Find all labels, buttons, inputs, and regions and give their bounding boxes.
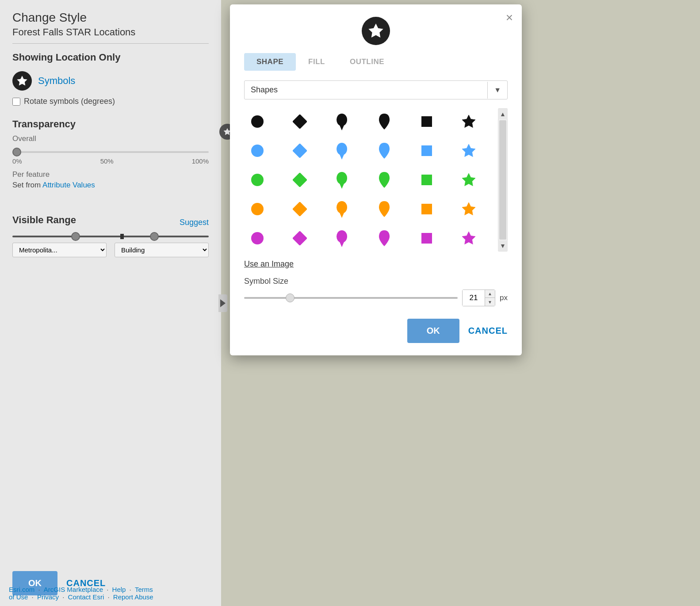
symbol-green-teardrop[interactable]: [329, 167, 355, 193]
tab-shape[interactable]: SHAPE: [244, 53, 296, 71]
visible-range-header: Visible Range Suggest: [12, 214, 209, 230]
symbol-orange-square[interactable]: [413, 196, 440, 222]
symbol-blue-teardrop[interactable]: [329, 137, 355, 164]
svg-marker-21: [462, 173, 475, 186]
symbol-orange-diamond[interactable]: [287, 196, 313, 222]
symbol-purple-square[interactable]: [413, 225, 440, 252]
symbol-scrollbar: ▲ ▼: [498, 108, 508, 252]
symbol-green-square[interactable]: [413, 167, 440, 193]
rotate-label: Rotate symbols (degrees): [24, 97, 115, 106]
svg-marker-1: [220, 299, 226, 307]
footer-help[interactable]: Help: [112, 586, 126, 593]
use-image-link[interactable]: Use an Image: [244, 259, 294, 269]
footer-arcgis[interactable]: ArcGIS Marketplace: [44, 586, 103, 593]
suggest-link[interactable]: Suggest: [180, 218, 209, 227]
symbol-purple-star[interactable]: [455, 225, 482, 252]
svg-rect-23: [293, 202, 307, 216]
transparency-label: Transparency: [12, 118, 209, 130]
collapse-arrow[interactable]: [218, 294, 227, 312]
svg-rect-20: [421, 175, 432, 185]
range-select-right[interactable]: Building: [115, 243, 209, 257]
symbol-black-square[interactable]: [413, 108, 440, 135]
size-spinners: ▲ ▼: [485, 290, 495, 306]
svg-marker-15: [462, 144, 475, 157]
symbol-green-pin[interactable]: [371, 167, 398, 193]
svg-marker-27: [462, 202, 475, 215]
symbol-black-pin[interactable]: [371, 108, 398, 135]
svg-marker-33: [462, 232, 475, 244]
range-select-left[interactable]: Metropolita...: [12, 243, 107, 257]
symbol-orange-circle[interactable]: [244, 196, 271, 222]
attribute-values-link[interactable]: Attribute Values: [42, 181, 95, 189]
symbol-orange-teardrop[interactable]: [329, 196, 355, 222]
range-thumb-right[interactable]: [150, 232, 159, 241]
svg-rect-17: [293, 173, 307, 187]
symbol-black-teardrop[interactable]: [329, 108, 355, 135]
modal-tabs: SHAPE FILL OUTLINE: [244, 53, 508, 71]
scroll-track[interactable]: [499, 120, 506, 240]
footer-terms[interactable]: Terms: [135, 586, 153, 593]
svg-rect-8: [421, 116, 432, 127]
svg-point-12: [337, 143, 347, 155]
svg-rect-29: [293, 231, 307, 245]
symbol-size-input[interactable]: [463, 290, 485, 306]
rotate-row: Rotate symbols (degrees): [12, 97, 209, 106]
divider: [12, 43, 209, 44]
symbol-black-star[interactable]: [455, 108, 482, 135]
footer-abuse[interactable]: Report Abuse: [113, 593, 153, 601]
symbol-green-star[interactable]: [455, 167, 482, 193]
left-panel: Change Style Forest Falls STAR Locations…: [0, 0, 221, 606]
symbol-green-diamond[interactable]: [287, 167, 313, 193]
symbol-orange-pin[interactable]: [371, 196, 398, 222]
size-increment-button[interactable]: ▲: [485, 290, 495, 298]
modal-cancel-button[interactable]: CANCEL: [468, 326, 508, 336]
transparency-section: Transparency Overall 0% 50% 100% Per fea…: [12, 118, 209, 202]
slider-0: 0%: [12, 157, 22, 165]
symbol-blue-circle[interactable]: [244, 137, 271, 164]
symbols-link[interactable]: Symbols: [38, 75, 75, 87]
svg-point-4: [251, 115, 264, 128]
modal-ok-button[interactable]: OK: [407, 319, 459, 343]
symbol-icon: [12, 71, 32, 91]
symbol-purple-diamond[interactable]: [287, 225, 313, 252]
overall-slider-container: [12, 147, 209, 155]
modal-bottom-buttons: OK CANCEL: [244, 319, 508, 343]
symbol-blue-star[interactable]: [455, 137, 482, 164]
symbol-black-circle[interactable]: [244, 108, 271, 135]
symbol-blue-pin[interactable]: [371, 137, 398, 164]
range-thumb-left[interactable]: [71, 232, 80, 241]
scroll-up-button[interactable]: ▲: [498, 109, 508, 119]
symbol-green-circle[interactable]: [244, 167, 271, 193]
rotate-checkbox[interactable]: [12, 98, 20, 106]
symbol-purple-teardrop[interactable]: [329, 225, 355, 252]
footer-links: Esri.com · ArcGIS Marketplace · Help · T…: [7, 586, 155, 601]
svg-marker-25: [339, 212, 344, 218]
footer-contact[interactable]: Contact Esri: [68, 593, 104, 601]
set-from-row: Set from Attribute Values: [12, 181, 209, 190]
symbol-blue-diamond[interactable]: [287, 137, 313, 164]
tab-fill[interactable]: FILL: [296, 53, 337, 71]
range-dropdowns: Metropolita... Building: [12, 243, 209, 257]
modal-close-button[interactable]: ×: [506, 11, 513, 24]
symbol-size-slider[interactable]: [244, 297, 458, 299]
footer-privacy[interactable]: Privacy: [37, 593, 59, 601]
shape-dropdown[interactable]: Shapes ▼: [244, 80, 508, 99]
tab-outline[interactable]: OUTLINE: [337, 53, 397, 71]
footer-use[interactable]: of Use: [9, 593, 28, 601]
scroll-down-button[interactable]: ▼: [498, 240, 508, 251]
overall-label: Overall: [12, 134, 209, 143]
svg-rect-11: [293, 144, 307, 158]
symbol-purple-pin[interactable]: [371, 225, 398, 252]
symbol-black-diamond[interactable]: [287, 108, 313, 135]
footer-esri[interactable]: Esri.com: [9, 586, 34, 593]
size-input-container: ▲ ▼: [462, 290, 495, 306]
size-decrement-button[interactable]: ▼: [485, 298, 495, 306]
shape-dropdown-arrow-icon[interactable]: ▼: [487, 82, 507, 99]
symbol-purple-circle[interactable]: [244, 225, 271, 252]
symbol-blue-square[interactable]: [413, 137, 440, 164]
symbol-orange-star[interactable]: [455, 196, 482, 222]
overall-slider[interactable]: [12, 151, 209, 153]
symbol-picker-modal: × SHAPE FILL OUTLINE Shapes ▼: [230, 4, 522, 355]
svg-point-28: [251, 232, 264, 244]
svg-rect-26: [421, 204, 432, 214]
